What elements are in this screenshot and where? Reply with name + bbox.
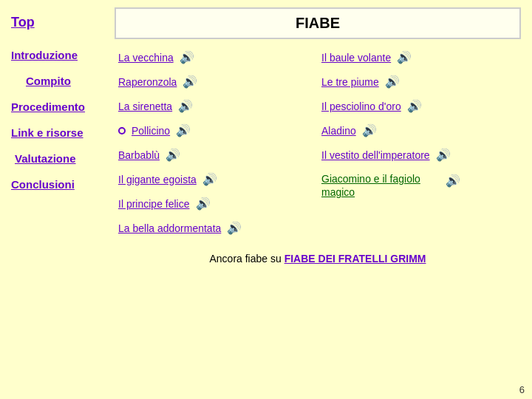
story-link-barbablu[interactable]: Barbablù bbox=[118, 149, 160, 161]
audio-icon-il-vestito[interactable] bbox=[436, 148, 451, 162]
audio-icon-pollicino[interactable] bbox=[176, 123, 191, 137]
story-link-la-vecchina[interactable]: La vecchina bbox=[118, 52, 174, 64]
story-link-la-bella[interactable]: La bella addormentata bbox=[118, 222, 221, 234]
audio-icon-raperonzola[interactable] bbox=[183, 75, 197, 89]
story-row-la-vecchina: La vecchina bbox=[118, 50, 314, 64]
audio-icon-il-pesciolino[interactable] bbox=[407, 99, 422, 113]
audio-icon-il-baule[interactable] bbox=[397, 50, 412, 64]
sidebar-item-conclusioni[interactable]: Conclusioni bbox=[11, 178, 100, 191]
sidebar: Top Introduzione Compito Procedimento Li… bbox=[0, 0, 107, 399]
audio-icon-aladino[interactable] bbox=[362, 123, 377, 137]
circle-indicator bbox=[118, 127, 126, 134]
left-column: La vecchina Raperonzola La sirenetta Pol… bbox=[115, 50, 318, 245]
story-row-la-sirenetta: La sirenetta bbox=[118, 99, 314, 113]
story-row-il-principe: Il principe felice bbox=[118, 197, 314, 211]
story-link-la-sirenetta[interactable]: La sirenetta bbox=[118, 100, 172, 112]
audio-icon-il-principe[interactable] bbox=[196, 197, 211, 211]
audio-icon-le-tre-piume[interactable] bbox=[385, 75, 400, 89]
sidebar-item-link-risorse[interactable]: Link e risorse bbox=[11, 126, 100, 139]
story-link-aladino[interactable]: Aladino bbox=[321, 125, 356, 137]
story-row-barbablu: Barbablù bbox=[118, 148, 314, 162]
story-row-raperonzola: Raperonzola bbox=[118, 75, 314, 89]
audio-icon-la-vecchina[interactable] bbox=[180, 50, 194, 64]
story-row-il-vestito: Il vestito dell'imperatore bbox=[321, 148, 517, 162]
story-row-pollicino: Pollicino bbox=[118, 123, 314, 137]
story-link-il-principe[interactable]: Il principe felice bbox=[118, 198, 190, 210]
sidebar-item-valutazione[interactable]: Valutazione bbox=[11, 152, 100, 165]
sidebar-item-procedimento[interactable]: Procedimento bbox=[11, 100, 100, 113]
story-row-giacomino: Giacomino e il fagiolo magico bbox=[321, 172, 517, 199]
story-link-il-vestito[interactable]: Il vestito dell'imperatore bbox=[321, 149, 430, 161]
stories-grid: La vecchina Raperonzola La sirenetta Pol… bbox=[115, 50, 521, 245]
fiabe-header: FIABE bbox=[115, 7, 521, 39]
sidebar-item-introduzione[interactable]: Introduzione bbox=[11, 49, 100, 61]
footer-link[interactable]: FIABE DEI FRATELLI GRIMM bbox=[284, 253, 426, 265]
sidebar-item-compito[interactable]: Compito bbox=[11, 75, 100, 87]
footer-text: Ancora fiabe su bbox=[209, 253, 284, 265]
story-link-il-baule[interactable]: Il baule volante bbox=[321, 52, 391, 64]
story-row-aladino: Aladino bbox=[321, 123, 517, 137]
story-row-il-pesciolino: Il pesciolino d'oro bbox=[321, 99, 517, 113]
story-link-il-gigante[interactable]: Il gigante egoista bbox=[118, 174, 197, 185]
audio-icon-giacomino[interactable] bbox=[446, 174, 460, 188]
main-content: FIABE La vecchina Raperonzola La sirenet… bbox=[107, 0, 532, 399]
top-link[interactable]: Top bbox=[11, 15, 100, 30]
story-link-giacomino[interactable]: Giacomino e il fagiolo magico bbox=[321, 172, 440, 199]
page-number: 6 bbox=[519, 384, 525, 395]
story-link-raperonzola[interactable]: Raperonzola bbox=[118, 76, 177, 88]
story-link-pollicino[interactable]: Pollicino bbox=[132, 125, 170, 137]
story-link-il-pesciolino[interactable]: Il pesciolino d'oro bbox=[321, 100, 401, 112]
audio-icon-la-bella[interactable] bbox=[227, 221, 242, 235]
audio-icon-barbablu[interactable] bbox=[166, 148, 180, 162]
story-row-la-bella: La bella addormentata bbox=[118, 221, 314, 235]
audio-icon-la-sirenetta[interactable] bbox=[178, 99, 193, 113]
footer-note: Ancora fiabe su FIABE DEI FRATELLI GRIMM bbox=[115, 253, 521, 265]
audio-icon-il-gigante[interactable] bbox=[202, 172, 217, 186]
story-row-il-baule: Il baule volante bbox=[321, 50, 517, 64]
story-row-il-gigante: Il gigante egoista bbox=[118, 172, 314, 186]
right-column: Il baule volante Le tre piume Il pesciol… bbox=[318, 50, 521, 245]
story-row-le-tre-piume: Le tre piume bbox=[321, 75, 517, 89]
story-link-le-tre-piume[interactable]: Le tre piume bbox=[321, 76, 379, 88]
